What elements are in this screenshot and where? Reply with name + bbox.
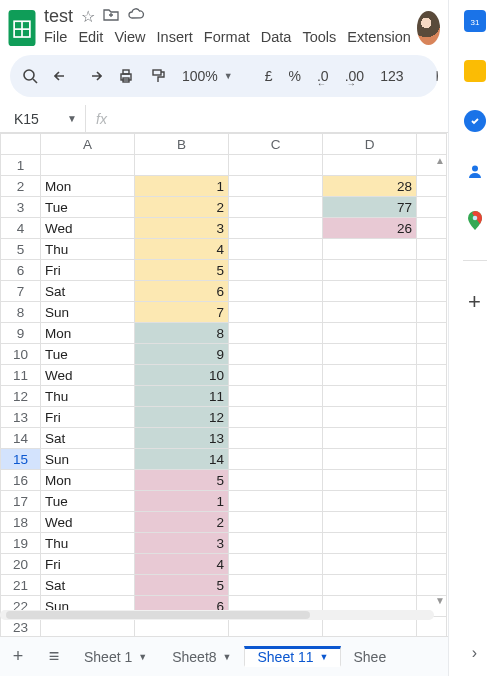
cell-A19[interactable]: Thu	[41, 533, 135, 554]
row-header[interactable]: 15	[1, 449, 41, 470]
cell-D4[interactable]: 26	[323, 218, 417, 239]
column-header-D[interactable]: D	[323, 134, 417, 155]
cell-B12[interactable]: 11	[135, 386, 229, 407]
menu-tools[interactable]: Tools	[302, 29, 336, 45]
cell-D2[interactable]: 28	[323, 176, 417, 197]
cell-A21[interactable]: Sat	[41, 575, 135, 596]
cell-A18[interactable]: Wed	[41, 512, 135, 533]
font-dropdown[interactable]: De	[436, 68, 439, 84]
row-header[interactable]: 3	[1, 197, 41, 218]
cell-C6[interactable]	[229, 260, 323, 281]
cell-A17[interactable]: Tue	[41, 491, 135, 512]
cell-D1[interactable]	[323, 155, 417, 176]
row-header[interactable]: 12	[1, 386, 41, 407]
cell-D7[interactable]	[323, 281, 417, 302]
row-header[interactable]: 16	[1, 470, 41, 491]
cell-D11[interactable]	[323, 365, 417, 386]
cell-C7[interactable]	[229, 281, 323, 302]
row-header[interactable]: 19	[1, 533, 41, 554]
cell-D19[interactable]	[323, 533, 417, 554]
decrease-decimal-button[interactable]: .0←	[317, 68, 329, 84]
cell-B6[interactable]: 5	[135, 260, 229, 281]
cell-C18[interactable]	[229, 512, 323, 533]
row-header[interactable]: 11	[1, 365, 41, 386]
add-sheet-button[interactable]: +	[0, 646, 36, 667]
cell-B8[interactable]: 7	[135, 302, 229, 323]
cell-C5[interactable]	[229, 239, 323, 260]
cell-D15[interactable]	[323, 449, 417, 470]
menu-file[interactable]: File	[44, 29, 67, 45]
cell-C20[interactable]	[229, 554, 323, 575]
row-header[interactable]: 10	[1, 344, 41, 365]
all-sheets-button[interactable]: ≡	[36, 646, 72, 667]
cell-D12[interactable]	[323, 386, 417, 407]
cell-D14[interactable]	[323, 428, 417, 449]
cell-D16[interactable]	[323, 470, 417, 491]
cell-A14[interactable]: Sat	[41, 428, 135, 449]
cell-D10[interactable]	[323, 344, 417, 365]
cell-A9[interactable]: Mon	[41, 323, 135, 344]
cloud-status-icon[interactable]	[127, 7, 145, 26]
percent-format-button[interactable]: %	[289, 68, 301, 84]
cell-C1[interactable]	[229, 155, 323, 176]
cell-C11[interactable]	[229, 365, 323, 386]
row-header[interactable]: 18	[1, 512, 41, 533]
row-header[interactable]: 9	[1, 323, 41, 344]
paint-format-icon[interactable]	[150, 67, 166, 85]
cell-D3[interactable]: 77	[323, 197, 417, 218]
sheet-tab-sheet1[interactable]: Sheet 1▼	[72, 646, 160, 667]
cell-C21[interactable]	[229, 575, 323, 596]
cell-B21[interactable]: 5	[135, 575, 229, 596]
name-box[interactable]: K15▼	[0, 105, 86, 132]
select-all-corner[interactable]	[1, 134, 41, 155]
collapse-side-panel-icon[interactable]: ›	[472, 644, 477, 662]
cell-C19[interactable]	[229, 533, 323, 554]
horizontal-scrollbar[interactable]	[0, 610, 434, 620]
print-icon[interactable]	[118, 67, 134, 85]
row-header[interactable]: 21	[1, 575, 41, 596]
row-header[interactable]: 1	[1, 155, 41, 176]
cell-D17[interactable]	[323, 491, 417, 512]
cell-A8[interactable]: Sun	[41, 302, 135, 323]
cell-A3[interactable]: Tue	[41, 197, 135, 218]
cell-A15[interactable]: Sun	[41, 449, 135, 470]
get-addons-button[interactable]: +	[468, 289, 481, 315]
cell-B15[interactable]: 14	[135, 449, 229, 470]
cell-D18[interactable]	[323, 512, 417, 533]
cell-D13[interactable]	[323, 407, 417, 428]
row-header[interactable]: 6	[1, 260, 41, 281]
cell-A20[interactable]: Fri	[41, 554, 135, 575]
sheets-app-icon[interactable]	[8, 9, 36, 47]
sheet-tab-shee[interactable]: Shee	[341, 646, 399, 667]
redo-icon[interactable]	[86, 67, 102, 85]
row-header[interactable]: 5	[1, 239, 41, 260]
tasks-icon[interactable]	[464, 110, 486, 132]
column-header-B[interactable]: B	[135, 134, 229, 155]
search-icon[interactable]	[22, 67, 38, 85]
star-icon[interactable]: ☆	[81, 7, 95, 26]
currency-format-button[interactable]: £	[265, 68, 273, 84]
column-header-C[interactable]: C	[229, 134, 323, 155]
row-header[interactable]: 14	[1, 428, 41, 449]
keep-icon[interactable]	[464, 60, 486, 82]
cell-B7[interactable]: 6	[135, 281, 229, 302]
column-header-A[interactable]: A	[41, 134, 135, 155]
cell-D6[interactable]	[323, 260, 417, 281]
menu-view[interactable]: View	[114, 29, 145, 45]
cell-B1[interactable]	[135, 155, 229, 176]
cell-B18[interactable]: 2	[135, 512, 229, 533]
cell-A7[interactable]: Sat	[41, 281, 135, 302]
row-header[interactable]: 4	[1, 218, 41, 239]
cell-C8[interactable]	[229, 302, 323, 323]
cell-C13[interactable]	[229, 407, 323, 428]
vertical-scrollbar[interactable]: ▲▼	[434, 155, 446, 606]
cell-C16[interactable]	[229, 470, 323, 491]
cell-B20[interactable]: 4	[135, 554, 229, 575]
cell-C15[interactable]	[229, 449, 323, 470]
cell-A2[interactable]: Mon	[41, 176, 135, 197]
cell-D8[interactable]	[323, 302, 417, 323]
sheet-tab-sheet8[interactable]: Sheet8▼	[160, 646, 244, 667]
cell-C3[interactable]	[229, 197, 323, 218]
cell-A6[interactable]: Fri	[41, 260, 135, 281]
cell-C2[interactable]	[229, 176, 323, 197]
